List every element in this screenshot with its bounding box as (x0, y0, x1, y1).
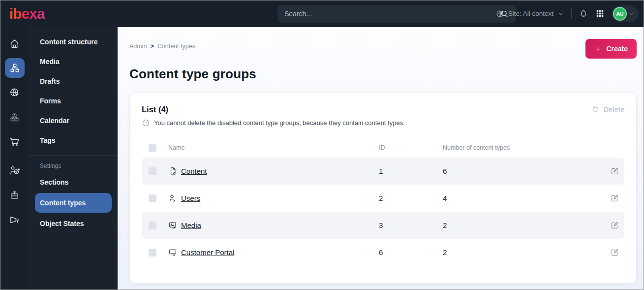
trash-icon (591, 105, 600, 113)
group-link[interactable]: Customer Portal (181, 248, 379, 257)
group-link[interactable]: Content (181, 167, 379, 175)
edit-icon[interactable] (600, 221, 619, 230)
site-globe-icon[interactable] (0, 80, 29, 105)
active-rail-tile (5, 58, 25, 78)
app-window: ibexa Site: All context (0, 0, 644, 290)
app-grid-icon[interactable] (595, 9, 605, 18)
row-checkbox[interactable] (149, 167, 156, 175)
user-menu[interactable]: AU (612, 5, 639, 22)
group-count: 6 (443, 167, 600, 175)
content-type-groups-table: Name ID Number of content types Content … (142, 138, 624, 266)
group-count: 2 (443, 221, 600, 229)
sidebar-item-sections[interactable]: Sections (29, 172, 118, 192)
avatar: AU (613, 7, 627, 21)
plus-icon (594, 45, 602, 53)
sidebar-settings-label: Settings (29, 158, 118, 172)
topbar-divider (571, 8, 572, 19)
icon-rail (0, 27, 29, 290)
home-icon[interactable] (0, 31, 29, 56)
monitor-icon (168, 248, 181, 257)
list-title: List (4) (142, 105, 168, 114)
table-row: Media 3 2 (142, 212, 624, 239)
file-icon (168, 166, 181, 176)
personalization-icon[interactable] (0, 158, 29, 183)
group-id: 6 (379, 248, 443, 257)
breadcrumb: Admin>Content types (129, 43, 195, 50)
row-checkbox[interactable] (149, 222, 156, 229)
delete-button-label: Delete (604, 105, 624, 113)
globe-icon (495, 9, 504, 18)
sidebar-divider (29, 155, 118, 156)
info-message-text: You cannot delete the disabled content t… (154, 119, 405, 127)
global-search[interactable] (277, 5, 516, 23)
sidebar-item-object-states[interactable]: Object States (29, 214, 118, 233)
notifications-bell-icon[interactable] (579, 9, 588, 19)
chevron-down-icon (629, 11, 635, 17)
group-id: 2 (379, 194, 443, 202)
create-button[interactable]: Create (585, 39, 637, 59)
column-header-name: Name (168, 144, 379, 151)
commerce-cart-icon[interactable] (0, 129, 29, 154)
table-row: Users 2 4 (142, 185, 624, 212)
row-checkbox[interactable] (149, 194, 156, 202)
image-icon (168, 221, 181, 230)
select-all-checkbox[interactable] (149, 144, 156, 152)
breadcrumb-admin[interactable]: Admin (129, 43, 147, 50)
svg-text:?: ? (145, 121, 147, 125)
table-row: Content 1 6 (142, 158, 624, 185)
help-circle-icon: ? (142, 119, 150, 127)
group-id: 3 (379, 221, 443, 229)
breadcrumb-separator: > (150, 43, 153, 50)
edit-icon[interactable] (600, 193, 619, 203)
sidebar-item-media[interactable]: Media (29, 52, 118, 71)
group-link[interactable]: Users (181, 194, 379, 202)
row-checkbox[interactable] (149, 249, 156, 257)
sidebar-menu: Content structure Media Drafts Forms Cal… (29, 27, 118, 290)
ibexa-logo[interactable]: ibexa (9, 5, 45, 22)
main-content: Admin>Content types Create Content type … (118, 27, 644, 290)
chevron-down-icon (557, 10, 564, 17)
edit-icon[interactable] (600, 166, 619, 176)
topbar: ibexa Site: All context (0, 0, 644, 27)
table-row: Customer Portal 6 2 (142, 239, 624, 266)
delete-button[interactable]: Delete (591, 105, 624, 113)
page-title: Content type groups (129, 66, 637, 82)
column-header-id: ID (379, 144, 443, 151)
edit-icon[interactable] (600, 248, 619, 257)
user-icon (168, 193, 181, 203)
group-id: 1 (379, 167, 443, 175)
site-context-label: Site: All context (508, 10, 553, 17)
group-count: 4 (443, 194, 600, 202)
products-icon[interactable] (0, 105, 29, 129)
info-message: ? You cannot delete the disabled content… (142, 119, 624, 127)
sidebar-item-calendar[interactable]: Calendar (29, 111, 118, 130)
sidebar-item-drafts[interactable]: Drafts (29, 71, 118, 91)
content-structure-icon[interactable] (0, 56, 29, 80)
group-link[interactable]: Media (181, 221, 379, 229)
sidebar-item-content-structure[interactable]: Content structure (29, 32, 118, 52)
breadcrumb-content-types: Content types (157, 43, 195, 50)
topbar-right-cluster: Site: All context AU (495, 0, 639, 27)
table-header-row: Name ID Number of content types (142, 138, 624, 158)
sidebar-item-forms[interactable]: Forms (29, 91, 118, 111)
sidebar-item-tags[interactable]: Tags (29, 130, 118, 150)
column-header-count: Number of content types (443, 144, 600, 151)
group-count: 2 (443, 248, 600, 257)
search-input[interactable] (284, 10, 499, 18)
create-button-label: Create (606, 45, 628, 53)
site-context-selector[interactable]: Site: All context (495, 9, 564, 18)
admin-badge-icon[interactable] (0, 183, 29, 207)
content-type-groups-card: List (4) Delete ? You cannot delete the … (129, 93, 637, 284)
sidebar-item-content-types[interactable]: Content types (35, 193, 112, 213)
campaign-megaphone-icon[interactable] (0, 207, 29, 232)
